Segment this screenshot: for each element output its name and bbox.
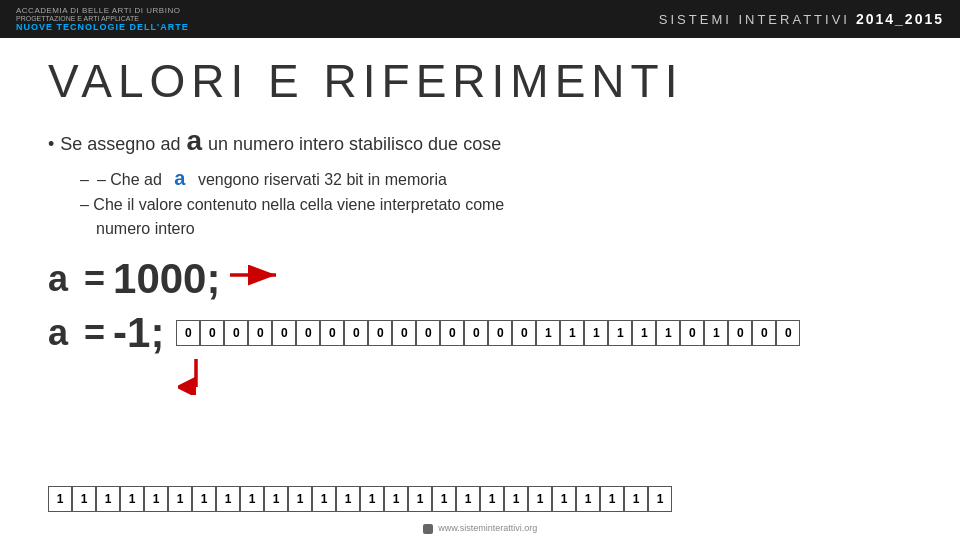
brand-name: NUOVE TECNOLOGIE DELL'ARTE [16, 22, 189, 32]
binary-bit-bottom: 1 [408, 486, 432, 512]
header: ACCADEMIA DI BELLE ARTI DI URBINO Proget… [0, 0, 960, 38]
bullet-point-1: • Se assegno ad a un numero intero stabi… [48, 125, 912, 157]
header-left: ACCADEMIA DI BELLE ARTI DI URBINO Proget… [16, 6, 189, 32]
binary-bit-inline: 0 [440, 320, 464, 346]
binary-bit-inline: 0 [344, 320, 368, 346]
binary-bit-bottom: 1 [72, 486, 96, 512]
main-content: VALORI E RIFERIMENTI • Se assegno ad a u… [0, 38, 960, 540]
binary-bit-bottom: 1 [120, 486, 144, 512]
footer-url: www.sisteminterattivi.org [438, 523, 537, 533]
binary-bit-inline: 0 [464, 320, 488, 346]
binary-bit-inline: 0 [200, 320, 224, 346]
binary-bit-inline: 0 [224, 320, 248, 346]
binary-bit-inline: 0 [320, 320, 344, 346]
academy-name: ACCADEMIA DI BELLE ARTI DI URBINO [16, 6, 189, 15]
var-a-inline-1: a [174, 163, 185, 193]
binary-bit-bottom: 1 [216, 486, 240, 512]
binary-inline: 00000000000000011111101000 [176, 320, 800, 346]
binary-bit-bottom: 1 [480, 486, 504, 512]
footer-icon [423, 524, 433, 534]
binary-bit-bottom: 1 [600, 486, 624, 512]
binary-bit-inline: 0 [392, 320, 416, 346]
binary-bit-bottom: 1 [96, 486, 120, 512]
binary-bit-bottom: 1 [504, 486, 528, 512]
binary-bit-inline: 1 [608, 320, 632, 346]
binary-bit-bottom: 1 [144, 486, 168, 512]
binary-bit-bottom: 1 [336, 486, 360, 512]
code1-semi: ; [206, 255, 220, 303]
sub2-cont: numero intero [96, 217, 195, 241]
binary-bit-inline: 0 [752, 320, 776, 346]
binary-bit-bottom: 1 [552, 486, 576, 512]
code1-eq: = [84, 258, 105, 300]
binary-bit-inline: 0 [488, 320, 512, 346]
sistemi-label: SISTEMI INTERATTIVI [659, 12, 850, 27]
binary-bit-inline: 1 [584, 320, 608, 346]
binary-bottom: 11111111111111111111111111 [48, 486, 672, 512]
footer: www.sisteminterattivi.org [0, 523, 960, 534]
bullet-text-after: un numero intero stabilisco due cose [208, 134, 501, 155]
bullet-text-before: Se assegno ad [60, 134, 180, 155]
binary-bit-bottom: 1 [48, 486, 72, 512]
sub-bullet-2-cont: numero intero [96, 217, 912, 241]
binary-bit-inline: 1 [560, 320, 584, 346]
binary-bit-bottom: 1 [456, 486, 480, 512]
year-label: 2014_2015 [856, 11, 944, 27]
code1-var: a [48, 258, 76, 300]
code-line-neg1: a = -1 ; 00000000000000011111101000 [48, 309, 912, 357]
code2-var: a [48, 312, 76, 354]
binary-bit-bottom: 1 [432, 486, 456, 512]
binary-bit-bottom: 1 [240, 486, 264, 512]
code2-semi: ; [150, 309, 164, 357]
binary-bit-bottom: 1 [528, 486, 552, 512]
bullet-symbol: • [48, 134, 54, 155]
binary-bit-inline: 0 [176, 320, 200, 346]
binary-bit-bottom: 1 [360, 486, 384, 512]
academy-sub: Progettazione e Arti applicate [16, 15, 189, 22]
code-section: a = 1000 ; a = -1 ; [48, 255, 912, 399]
binary-bit-inline: 1 [536, 320, 560, 346]
dash-1: – [80, 168, 89, 192]
binary-bit-bottom: 1 [264, 486, 288, 512]
arrow-down-container [178, 359, 912, 399]
binary-bit-inline: 0 [272, 320, 296, 346]
header-right: SISTEMI INTERATTIVI 2014_2015 [659, 11, 944, 27]
binary-bit-inline: 0 [296, 320, 320, 346]
code2-value: -1 [113, 309, 150, 357]
binary-bit-bottom: 1 [312, 486, 336, 512]
binary-bit-bottom: 1 [168, 486, 192, 512]
page-title: VALORI E RIFERIMENTI [48, 56, 912, 107]
binary-bit-inline: 0 [512, 320, 536, 346]
binary-bit-bottom: 1 [288, 486, 312, 512]
var-a-large: a [186, 125, 202, 157]
binary-bit-inline: 0 [776, 320, 800, 346]
binary-bit-inline: 0 [728, 320, 752, 346]
binary-bit-bottom: 1 [192, 486, 216, 512]
binary-bit-inline: 0 [416, 320, 440, 346]
binary-bit-inline: 0 [248, 320, 272, 346]
sub-bullets: – – Che ad a vengono riservati 32 bit in… [80, 163, 912, 241]
sub1-text-before: – Che ad [97, 168, 162, 192]
binary-bit-inline: 0 [368, 320, 392, 346]
sub-bullet-2: – Che il valore contenuto nella cella vi… [80, 193, 912, 217]
binary-bit-inline: 0 [680, 320, 704, 346]
binary-bit-bottom: 1 [576, 486, 600, 512]
code1-value: 1000 [113, 255, 206, 303]
sub-bullet-1: – – Che ad a vengono riservati 32 bit in… [80, 163, 912, 193]
bullet-section: • Se assegno ad a un numero intero stabi… [48, 125, 912, 241]
red-arrow-right [230, 259, 286, 298]
binary-bit-bottom: 1 [384, 486, 408, 512]
code-line-1000: a = 1000 ; [48, 255, 912, 303]
sub1-text-after: vengono riservati 32 bit in memoria [198, 168, 447, 192]
code2-eq: = [84, 312, 105, 354]
binary-bit-bottom: 1 [648, 486, 672, 512]
sub2-text: – Che il valore contenuto nella cella vi… [80, 193, 504, 217]
binary-bit-inline: 1 [656, 320, 680, 346]
binary-bit-inline: 1 [704, 320, 728, 346]
binary-bit-bottom: 1 [624, 486, 648, 512]
binary-bit-inline: 1 [632, 320, 656, 346]
